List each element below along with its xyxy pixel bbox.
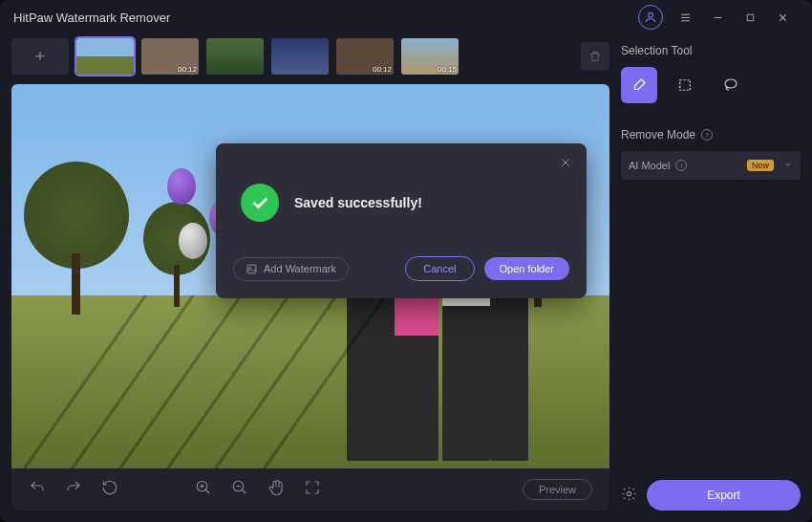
- svg-rect-15: [680, 80, 691, 91]
- app-title: HitPaw Watermark Remover: [13, 11, 170, 25]
- svg-rect-20: [247, 265, 256, 273]
- titlebar: HitPaw Watermark Remover: [0, 0, 812, 34]
- cancel-button[interactable]: Cancel: [405, 256, 474, 281]
- fit-screen-button[interactable]: [304, 479, 321, 500]
- thumbnail-strip: + 00:12 00:: [11, 38, 609, 75]
- app-window: HitPaw Watermark Remover +: [0, 0, 812, 522]
- chevron-down-icon: [783, 160, 793, 171]
- svg-rect-5: [747, 14, 754, 21]
- info-icon[interactable]: ?: [701, 129, 713, 141]
- thumbnail[interactable]: 00:15: [401, 38, 459, 75]
- add-media-button[interactable]: +: [11, 38, 69, 75]
- settings-button[interactable]: [621, 486, 637, 506]
- thumbnail[interactable]: [206, 38, 264, 75]
- remove-mode-label: Remove Mode ?: [621, 128, 801, 141]
- svg-point-17: [627, 491, 630, 495]
- menu-button[interactable]: [669, 4, 701, 31]
- modal-message: Saved successfully!: [294, 195, 422, 210]
- zoom-out-button[interactable]: [231, 479, 248, 500]
- modal-close-button[interactable]: [556, 153, 575, 172]
- marquee-tool[interactable]: [667, 67, 703, 103]
- info-icon: i: [675, 160, 687, 171]
- lasso-tool[interactable]: [713, 67, 749, 103]
- maximize-button[interactable]: [734, 4, 766, 31]
- add-watermark-button[interactable]: Add Watermark: [233, 257, 349, 281]
- svg-point-0: [649, 12, 653, 17]
- open-folder-button[interactable]: Open folder: [484, 257, 569, 280]
- canvas-toolbar: Preview: [11, 468, 609, 511]
- close-button[interactable]: [766, 4, 799, 31]
- thumbnail[interactable]: 00:12: [141, 38, 199, 75]
- thumbnail[interactable]: [271, 38, 329, 75]
- selection-tool-label: Selection Tool: [621, 44, 801, 57]
- success-modal: Saved successfully! Add Watermark Cancel…: [216, 143, 587, 298]
- new-badge: New: [747, 160, 774, 171]
- side-panel: Selection Tool Remove Mode ? AI Model i: [621, 38, 801, 511]
- svg-line-9: [205, 489, 209, 493]
- thumbnail[interactable]: [76, 38, 134, 75]
- minimize-button[interactable]: [701, 4, 734, 31]
- undo-button[interactable]: [29, 479, 46, 500]
- delete-button[interactable]: [581, 42, 609, 71]
- remove-mode-select[interactable]: AI Model i New: [621, 151, 801, 180]
- svg-line-13: [242, 489, 246, 493]
- pan-button[interactable]: [267, 479, 285, 500]
- mode-value: AI Model: [629, 160, 670, 171]
- success-check-icon: [241, 184, 279, 222]
- brush-tool[interactable]: [621, 67, 657, 103]
- profile-button[interactable]: [638, 5, 663, 30]
- thumbnail[interactable]: 00:12: [336, 38, 394, 75]
- export-button[interactable]: Export: [647, 480, 801, 511]
- reset-button[interactable]: [101, 479, 118, 500]
- redo-button[interactable]: [65, 479, 82, 500]
- preview-button[interactable]: Preview: [523, 479, 592, 500]
- zoom-in-button[interactable]: [195, 479, 212, 500]
